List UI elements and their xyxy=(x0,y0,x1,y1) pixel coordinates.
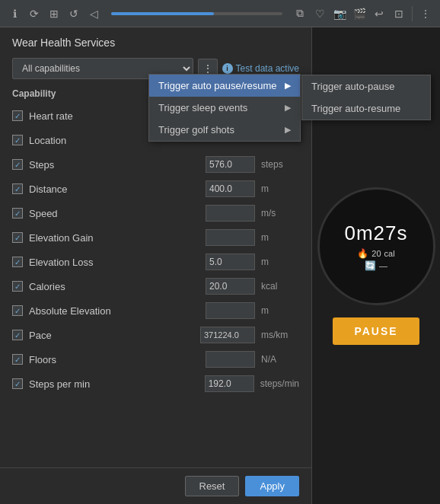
dropdown-item-trigger-auto-pause-resume[interactable]: Trigger auto pause/resume ▶ Trigger auto… xyxy=(149,75,300,97)
watch-time: 0m27s xyxy=(344,222,407,245)
submenu-arrow-icon: ▶ xyxy=(285,81,291,91)
calories-label: Calories xyxy=(29,281,199,292)
steps-per-min-checkbox[interactable] xyxy=(12,378,23,389)
toolbar-separator xyxy=(412,6,413,21)
video-icon[interactable]: 🎬 xyxy=(351,5,368,22)
calories-checkbox[interactable] xyxy=(12,281,23,292)
golf-arrow-icon: ▶ xyxy=(285,125,291,135)
location-checkbox[interactable] xyxy=(12,135,23,145)
cal-value: 20 xyxy=(371,249,381,258)
speed-checkbox[interactable] xyxy=(12,208,23,219)
pace-unit: ms/km xyxy=(261,330,299,340)
sync-icon: 🔄 xyxy=(365,260,376,271)
camera-icon[interactable]: 📷 xyxy=(331,5,348,22)
heart-icon[interactable]: ♡ xyxy=(311,5,328,22)
test-data-label: Test data active xyxy=(236,63,299,74)
submenu-item-trigger-auto-pause[interactable]: Trigger auto-pause xyxy=(302,75,430,97)
back-icon[interactable]: ◁ xyxy=(85,5,102,22)
steps-checkbox[interactable] xyxy=(12,159,23,170)
list-item: Pace ms/km xyxy=(6,323,305,347)
list-item: Calories kcal xyxy=(6,274,305,298)
flame-icon: 🔥 xyxy=(357,248,368,259)
steps-per-min-input[interactable] xyxy=(205,375,254,392)
steps-per-min-label: Steps per min xyxy=(29,378,199,390)
floors-input[interactable] xyxy=(206,351,255,368)
list-item: Steps per min steps/min xyxy=(6,372,305,396)
dropdown-item-trigger-golf-shots[interactable]: Trigger golf shots ▶ xyxy=(149,119,300,141)
list-item: Elevation Gain m xyxy=(6,225,305,250)
absolute-elevation-unit: m xyxy=(261,305,299,316)
elevation-gain-input[interactable] xyxy=(206,229,255,246)
steps-per-min-unit: steps/min xyxy=(260,378,299,389)
list-item: Steps steps xyxy=(6,152,305,177)
calories-unit: kcal xyxy=(261,281,299,292)
cal-unit: cal xyxy=(384,249,395,258)
pause-button[interactable]: PAUSE xyxy=(333,317,419,345)
floors-unit: N/A xyxy=(261,354,299,365)
dropdown-item-trigger-sleep-events[interactable]: Trigger sleep events ▶ xyxy=(149,97,300,119)
undo-icon[interactable]: ↩ xyxy=(371,5,387,22)
elevation-loss-input[interactable] xyxy=(206,254,255,270)
elevation-gain-unit: m xyxy=(261,232,299,243)
steps-input[interactable] xyxy=(206,156,255,173)
reset-button[interactable]: Reset xyxy=(185,476,240,496)
list-item: Speed m/s xyxy=(6,201,305,225)
elevation-gain-label: Elevation Gain xyxy=(29,232,199,244)
steps-unit: steps xyxy=(261,159,299,170)
test-data-info-icon: i xyxy=(222,63,233,74)
distance-unit: m xyxy=(261,183,299,194)
toolbar: ℹ ⟳ ⊞ ↺ ◁ ⧉ ♡ 📷 🎬 ↩ ⊡ ⋮ xyxy=(0,0,440,27)
list-item: Absolute Elevation m xyxy=(6,298,305,323)
panel-title: Wear Health Services xyxy=(0,27,311,55)
calories-stat: 🔥 20 cal xyxy=(357,248,394,259)
distance-label: Distance xyxy=(29,183,199,195)
apply-button[interactable]: Apply xyxy=(245,476,299,496)
progress-fill xyxy=(111,12,214,15)
trigger-sleep-events-label: Trigger sleep events xyxy=(158,102,247,113)
submenu: Trigger auto-pause Trigger auto-resume xyxy=(301,75,431,120)
calories-input[interactable] xyxy=(206,278,255,295)
pace-checkbox[interactable] xyxy=(12,330,23,340)
elevation-gain-checkbox[interactable] xyxy=(12,232,23,243)
floors-label: Floors xyxy=(29,354,199,365)
distance-input[interactable] xyxy=(206,180,255,197)
bottom-buttons: Reset Apply xyxy=(0,467,311,504)
watch-stats: 🔥 20 cal 🔄 — xyxy=(357,248,394,271)
trigger-golf-shots-label: Trigger golf shots xyxy=(158,124,234,136)
trigger-auto-pause-resume-label: Trigger auto pause/resume xyxy=(158,80,277,91)
list-item: Distance m xyxy=(6,177,305,201)
absolute-elevation-label: Absolute Elevation xyxy=(29,305,199,317)
list-item: Floors N/A xyxy=(6,347,305,372)
sync-dash: — xyxy=(379,261,387,270)
sync-stat: 🔄 — xyxy=(365,260,387,271)
layout-icon[interactable]: ⧉ xyxy=(292,5,308,22)
distance-checkbox[interactable] xyxy=(12,183,23,194)
heart-rate-checkbox[interactable] xyxy=(12,110,23,121)
elevation-loss-unit: m xyxy=(261,257,299,267)
refresh-icon[interactable]: ↺ xyxy=(65,5,82,22)
pace-input[interactable] xyxy=(200,327,255,343)
grid-icon[interactable]: ⊞ xyxy=(46,5,62,22)
info-icon[interactable]: ℹ xyxy=(6,5,23,22)
list-item: Elevation Loss m xyxy=(6,250,305,274)
elevation-loss-label: Elevation Loss xyxy=(29,257,199,268)
speed-label: Speed xyxy=(29,208,199,219)
absolute-elevation-checkbox[interactable] xyxy=(12,305,23,316)
steps-label: Steps xyxy=(29,159,199,171)
absolute-elevation-input[interactable] xyxy=(206,302,255,319)
sync-icon[interactable]: ⟳ xyxy=(26,5,43,22)
pace-label: Pace xyxy=(29,330,194,341)
more-options-icon[interactable]: ⋮ xyxy=(417,5,434,22)
speed-input[interactable] xyxy=(206,205,255,222)
speed-unit: m/s xyxy=(261,208,299,219)
toolbar-progress xyxy=(111,12,282,15)
capabilities-list: Heart rate bpm Location Steps steps xyxy=(0,104,311,467)
floors-checkbox[interactable] xyxy=(12,354,23,365)
submenu-item-trigger-auto-resume[interactable]: Trigger auto-resume xyxy=(302,97,430,120)
dropdown-overlay: Trigger auto pause/resume ▶ Trigger auto… xyxy=(148,74,301,142)
multi-icon[interactable]: ⊡ xyxy=(391,5,407,22)
dropdown-menu: Trigger auto pause/resume ▶ Trigger auto… xyxy=(148,74,301,142)
test-data-badge: i Test data active xyxy=(222,63,299,74)
elevation-loss-checkbox[interactable] xyxy=(12,257,23,267)
sleep-arrow-icon: ▶ xyxy=(285,103,291,113)
